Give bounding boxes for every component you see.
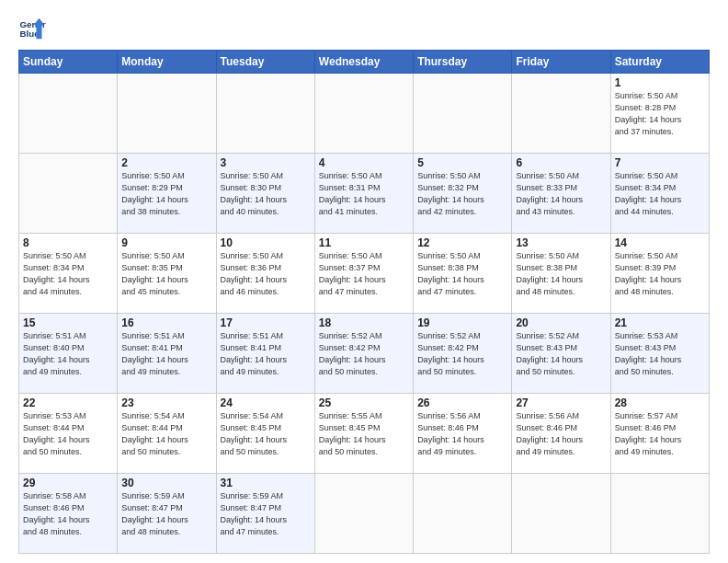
day-number: 26 [417,396,507,409]
day-number: 1 [615,76,705,89]
calendar-cell: 16Sunrise: 5:51 AM Sunset: 8:41 PM Dayli… [118,314,216,394]
calendar-cell [414,474,512,554]
calendar-cell: 8Sunrise: 5:50 AM Sunset: 8:34 PM Daylig… [19,234,118,314]
day-number: 24 [221,396,311,409]
calendar-cell: 13Sunrise: 5:50 AM Sunset: 8:38 PM Dayli… [512,234,610,314]
calendar-cell [314,474,413,554]
day-info: Sunrise: 5:50 AM Sunset: 8:30 PM Dayligh… [221,170,311,218]
calendar-cell: 26Sunrise: 5:56 AM Sunset: 8:46 PM Dayli… [414,394,512,474]
calendar-cell: 22Sunrise: 5:53 AM Sunset: 8:44 PM Dayli… [19,394,118,474]
calendar-day-header: Wednesday [314,51,413,74]
day-number: 20 [516,316,606,329]
day-info: Sunrise: 5:52 AM Sunset: 8:43 PM Dayligh… [516,330,606,378]
calendar-cell [19,154,118,234]
calendar-cell: 24Sunrise: 5:54 AM Sunset: 8:45 PM Dayli… [216,394,314,474]
day-info: Sunrise: 5:56 AM Sunset: 8:46 PM Dayligh… [417,410,507,458]
calendar-cell: 19Sunrise: 5:52 AM Sunset: 8:42 PM Dayli… [414,314,512,394]
day-number: 6 [516,156,606,169]
day-number: 7 [615,156,705,169]
calendar-cell: 7Sunrise: 5:50 AM Sunset: 8:34 PM Daylig… [610,154,709,234]
day-number: 5 [417,156,507,169]
calendar-day-header: Tuesday [216,51,314,74]
day-number: 28 [615,396,705,409]
day-info: Sunrise: 5:50 AM Sunset: 8:39 PM Dayligh… [615,250,705,298]
day-info: Sunrise: 5:50 AM Sunset: 8:37 PM Dayligh… [319,250,409,298]
day-number: 16 [121,316,211,329]
day-number: 23 [121,396,211,409]
day-info: Sunrise: 5:50 AM Sunset: 8:33 PM Dayligh… [516,170,606,218]
calendar-cell: 25Sunrise: 5:55 AM Sunset: 8:45 PM Dayli… [314,394,413,474]
day-info: Sunrise: 5:50 AM Sunset: 8:34 PM Dayligh… [23,250,113,298]
calendar-cell [414,74,512,154]
day-info: Sunrise: 5:50 AM Sunset: 8:32 PM Dayligh… [417,170,507,218]
day-number: 11 [319,236,409,249]
calendar-cell: 17Sunrise: 5:51 AM Sunset: 8:41 PM Dayli… [216,314,314,394]
day-number: 18 [319,316,409,329]
calendar-day-header: Friday [512,51,610,74]
calendar-cell: 21Sunrise: 5:53 AM Sunset: 8:43 PM Dayli… [610,314,709,394]
calendar-cell [216,74,314,154]
calendar-header-row: SundayMondayTuesdayWednesdayThursdayFrid… [19,51,710,74]
calendar-cell: 30Sunrise: 5:59 AM Sunset: 8:47 PM Dayli… [118,474,216,554]
day-number: 25 [319,396,409,409]
header: General Blue [18,15,710,42]
logo: General Blue [18,15,50,42]
day-info: Sunrise: 5:59 AM Sunset: 8:47 PM Dayligh… [121,490,211,538]
day-info: Sunrise: 5:58 AM Sunset: 8:46 PM Dayligh… [23,490,113,538]
calendar-cell: 9Sunrise: 5:50 AM Sunset: 8:35 PM Daylig… [118,234,216,314]
day-info: Sunrise: 5:54 AM Sunset: 8:45 PM Dayligh… [221,410,311,458]
day-info: Sunrise: 5:51 AM Sunset: 8:41 PM Dayligh… [121,330,211,378]
calendar-week-row: 8Sunrise: 5:50 AM Sunset: 8:34 PM Daylig… [19,234,710,314]
day-number: 8 [23,236,113,249]
day-number: 22 [23,396,113,409]
calendar-week-row: 29Sunrise: 5:58 AM Sunset: 8:46 PM Dayli… [19,474,710,554]
page: General Blue SundayMondayTuesdayWednesda… [0,0,728,563]
day-info: Sunrise: 5:51 AM Sunset: 8:41 PM Dayligh… [221,330,311,378]
day-number: 21 [615,316,705,329]
calendar-cell: 12Sunrise: 5:50 AM Sunset: 8:38 PM Dayli… [414,234,512,314]
day-number: 14 [615,236,705,249]
day-info: Sunrise: 5:50 AM Sunset: 8:38 PM Dayligh… [417,250,507,298]
calendar-day-header: Saturday [610,51,709,74]
day-number: 27 [516,396,606,409]
day-number: 10 [221,236,311,249]
calendar-cell: 29Sunrise: 5:58 AM Sunset: 8:46 PM Dayli… [19,474,118,554]
day-number: 30 [121,477,211,489]
day-number: 12 [417,236,507,249]
day-info: Sunrise: 5:53 AM Sunset: 8:43 PM Dayligh… [615,330,705,378]
day-number: 15 [23,316,113,329]
day-number: 13 [516,236,606,249]
calendar-week-row: 22Sunrise: 5:53 AM Sunset: 8:44 PM Dayli… [19,394,710,474]
calendar-day-header: Monday [118,51,216,74]
day-number: 2 [121,156,211,169]
calendar-cell: 11Sunrise: 5:50 AM Sunset: 8:37 PM Dayli… [314,234,413,314]
calendar-cell: 20Sunrise: 5:52 AM Sunset: 8:43 PM Dayli… [512,314,610,394]
calendar-week-row: 2Sunrise: 5:50 AM Sunset: 8:29 PM Daylig… [19,154,710,234]
calendar-cell [314,74,413,154]
day-info: Sunrise: 5:54 AM Sunset: 8:44 PM Dayligh… [121,410,211,458]
calendar-cell: 28Sunrise: 5:57 AM Sunset: 8:46 PM Dayli… [610,394,709,474]
day-info: Sunrise: 5:52 AM Sunset: 8:42 PM Dayligh… [417,330,507,378]
calendar-cell: 1Sunrise: 5:50 AM Sunset: 8:28 PM Daylig… [610,74,709,154]
day-info: Sunrise: 5:50 AM Sunset: 8:29 PM Dayligh… [121,170,211,218]
day-number: 9 [121,236,211,249]
day-info: Sunrise: 5:50 AM Sunset: 8:38 PM Dayligh… [516,250,606,298]
calendar-cell: 18Sunrise: 5:52 AM Sunset: 8:42 PM Dayli… [314,314,413,394]
calendar-cell [512,74,610,154]
calendar-day-header: Thursday [414,51,512,74]
day-info: Sunrise: 5:56 AM Sunset: 8:46 PM Dayligh… [516,410,606,458]
calendar-cell: 15Sunrise: 5:51 AM Sunset: 8:40 PM Dayli… [19,314,118,394]
day-info: Sunrise: 5:50 AM Sunset: 8:31 PM Dayligh… [319,170,409,218]
calendar-cell: 14Sunrise: 5:50 AM Sunset: 8:39 PM Dayli… [610,234,709,314]
day-number: 3 [221,156,311,169]
day-number: 17 [221,316,311,329]
calendar-cell [118,74,216,154]
calendar-cell: 4Sunrise: 5:50 AM Sunset: 8:31 PM Daylig… [314,154,413,234]
day-number: 29 [23,477,113,489]
day-info: Sunrise: 5:52 AM Sunset: 8:42 PM Dayligh… [319,330,409,378]
logo-icon: General Blue [18,15,46,42]
day-info: Sunrise: 5:50 AM Sunset: 8:35 PM Dayligh… [121,250,211,298]
calendar-cell [19,74,118,154]
day-info: Sunrise: 5:55 AM Sunset: 8:45 PM Dayligh… [319,410,409,458]
calendar-cell: 23Sunrise: 5:54 AM Sunset: 8:44 PM Dayli… [118,394,216,474]
